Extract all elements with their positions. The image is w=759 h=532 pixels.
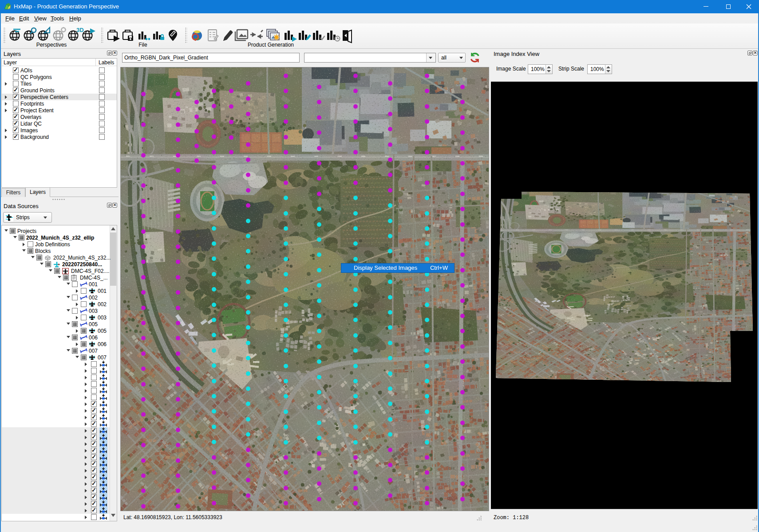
svg-text:3D: 3D [76,27,84,33]
